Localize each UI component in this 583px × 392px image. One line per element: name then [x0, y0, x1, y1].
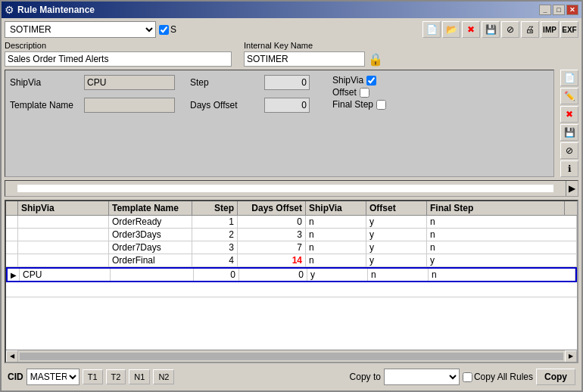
- panel-middle: Step Days Offset: [190, 75, 310, 172]
- description-label: Description: [5, 41, 232, 50]
- col-header-days: Days Offset: [238, 201, 306, 215]
- grid-cell-step: 3: [192, 241, 238, 254]
- step-label: Step: [190, 77, 258, 88]
- export-icon[interactable]: EXF: [560, 21, 578, 38]
- s-checkbox[interactable]: [159, 25, 169, 35]
- cid-selector[interactable]: MASTER: [26, 369, 80, 385]
- grid-cell-template: [111, 269, 194, 281]
- new-icon[interactable]: 📄: [422, 21, 441, 38]
- table-row: [6, 282, 577, 297]
- step-input[interactable]: [264, 75, 310, 90]
- grid-cell-step: 2: [192, 229, 238, 241]
- right-cancel-icon[interactable]: ⊘: [560, 142, 578, 159]
- internal-key-label: Internal Key Name: [244, 41, 383, 50]
- detail-panel: ShipVia Template Name Step Days: [5, 70, 554, 177]
- shipvia-input[interactable]: [84, 75, 175, 90]
- right-new-icon[interactable]: 📄: [560, 70, 578, 86]
- delete-icon[interactable]: ✖: [462, 21, 480, 38]
- shipvia-label: ShipVia: [10, 77, 78, 88]
- offset-checkbox[interactable]: [360, 88, 369, 98]
- days-offset-row: Days Offset: [190, 98, 310, 113]
- grid-cell-days: 3: [238, 229, 306, 241]
- template-input[interactable]: [84, 98, 175, 113]
- cancel-icon[interactable]: ⊘: [501, 21, 519, 38]
- copy-all-checkbox[interactable]: [463, 372, 472, 382]
- t1-button[interactable]: T1: [83, 369, 103, 384]
- description-input[interactable]: [5, 51, 232, 67]
- col-header-finalstep: Final Step: [427, 201, 565, 215]
- grid-cell-days: 0: [239, 269, 307, 281]
- window-content: SOTIMER S 📄 📂 ✖ 💾 ⊘ 🖨 IMP EXF Descriptio…: [2, 18, 581, 390]
- right-delete-icon[interactable]: ✖: [560, 106, 578, 123]
- close-button[interactable]: ✕: [566, 5, 578, 15]
- n2-button[interactable]: N2: [153, 369, 174, 384]
- col-header-step: Step: [192, 201, 238, 215]
- right-edit-icon[interactable]: ✏️: [560, 88, 578, 104]
- copy-all-label: Copy All Rules: [474, 372, 533, 382]
- maximize-button[interactable]: □: [553, 5, 565, 15]
- copy-all-check[interactable]: Copy All Rules: [463, 372, 533, 382]
- copy-button[interactable]: Copy: [536, 369, 575, 385]
- n1-button[interactable]: N1: [129, 369, 150, 384]
- lock-icon[interactable]: 🔒: [368, 52, 383, 67]
- grid-cell-template: Order3Days: [109, 229, 192, 241]
- days-offset-input[interactable]: [264, 98, 310, 113]
- grid-cell-days: 0: [238, 216, 306, 228]
- h-scroll-track[interactable]: [20, 353, 563, 360]
- grid-cell-days: 7: [238, 241, 306, 254]
- table-row[interactable]: OrderReady 1 0 n y n: [6, 216, 577, 229]
- save-icon[interactable]: 💾: [482, 21, 500, 38]
- finalstep-checkbox[interactable]: [376, 100, 386, 110]
- import-icon[interactable]: IMP: [541, 21, 559, 38]
- toolbar-row: SOTIMER S 📄 📂 ✖ 💾 ⊘ 🖨 IMP EXF: [5, 21, 578, 38]
- grid-cell-shipvia: [18, 229, 109, 241]
- days-offset-label: Days Offset: [190, 100, 258, 110]
- right-info-icon[interactable]: ℹ: [560, 160, 578, 177]
- panel-checkboxes: ShipVia Offset Final Step: [332, 75, 386, 172]
- col-header-shipvia2: ShipVia: [306, 201, 366, 215]
- table-row[interactable]: ▶ 0 0 y n n: [6, 267, 577, 282]
- scroll-right-arrow[interactable]: ▶: [566, 180, 578, 197]
- grid-cell-shipvia[interactable]: [20, 269, 111, 281]
- t2-button[interactable]: T2: [106, 369, 126, 384]
- col-header-offset: Offset: [366, 201, 427, 215]
- print-icon[interactable]: 🖨: [521, 21, 539, 38]
- shipvia-checkbox[interactable]: [366, 76, 376, 86]
- grid-cell-step: 1: [192, 216, 238, 228]
- finalstep-check-label: Final Step: [332, 99, 373, 110]
- grid-cell-offset: n: [368, 269, 429, 281]
- s-checkbox-label[interactable]: S: [159, 24, 176, 35]
- table-row[interactable]: Order3Days 2 3 n y n: [6, 229, 577, 241]
- open-icon[interactable]: 📂: [442, 21, 460, 38]
- h-scroll-right[interactable]: ▶: [565, 350, 577, 362]
- table-row[interactable]: OrderFinal 4 14 n y y: [6, 254, 577, 267]
- grid-cell-sv2: n: [306, 241, 366, 254]
- h-scrollbar: ◀ ▶: [6, 350, 577, 362]
- right-save-icon[interactable]: 💾: [560, 124, 578, 141]
- rule-selector[interactable]: SOTIMER: [5, 21, 156, 38]
- panel-left: ShipVia Template Name: [10, 75, 175, 172]
- toolbar-icons: 📄 📂 ✖ 💾 ⊘ 🖨 IMP EXF: [422, 21, 578, 38]
- finalstep-check-row: Final Step: [332, 99, 386, 110]
- window-title: Rule Maintenance: [17, 5, 539, 15]
- row-indicator: [6, 254, 18, 266]
- grid-cell-finalstep: n: [427, 216, 577, 228]
- grid-container: ShipVia Template Name Step Days Offset S…: [5, 200, 578, 363]
- minimize-button[interactable]: _: [539, 5, 551, 15]
- h-scroll-left[interactable]: ◀: [6, 350, 18, 362]
- grid-cell-sv2: y: [307, 269, 368, 281]
- scroll-panel: ▶: [5, 180, 578, 197]
- copy-to-selector[interactable]: [384, 369, 460, 385]
- grid-cell-finalstep: n: [427, 241, 577, 254]
- grid-cell-finalstep: y: [427, 254, 577, 266]
- grid-cell-finalstep: n: [427, 229, 577, 241]
- table-row[interactable]: Order7Days 3 7 n y n: [6, 241, 577, 254]
- row-indicator: [6, 241, 18, 254]
- grid-edit-shipvia[interactable]: [23, 269, 91, 280]
- grid-body[interactable]: OrderReady 1 0 n y n Order3Days 2 3 n y …: [6, 216, 577, 350]
- internal-key-input[interactable]: [244, 51, 365, 67]
- template-label: Template Name: [10, 100, 78, 110]
- grid-scrollbar-placeholder: [565, 201, 577, 215]
- title-bar: ⚙ Rule Maintenance _ □ ✕: [2, 2, 581, 18]
- grid-cell-template: OrderFinal: [109, 254, 192, 266]
